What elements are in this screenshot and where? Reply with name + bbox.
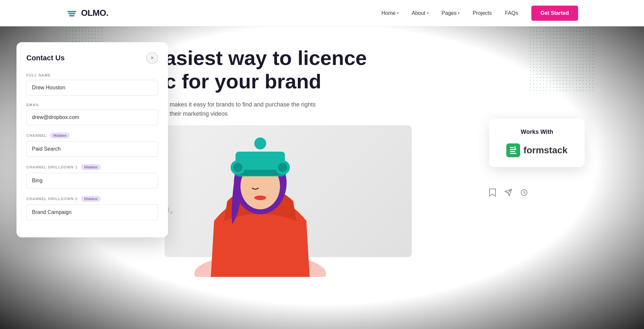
home-chevron-icon: ▾ — [397, 11, 399, 15]
send-icon[interactable] — [504, 188, 513, 197]
close-button[interactable]: × — [146, 52, 158, 64]
full-name-label: FULL NAME — [26, 73, 158, 77]
formstack-logo: formstack — [497, 143, 577, 157]
svg-rect-18 — [510, 149, 517, 150]
clock-icon[interactable] — [519, 188, 529, 197]
modal-title: Contact Us — [26, 54, 65, 62]
formstack-icon — [506, 143, 520, 157]
works-with-title: Works With — [497, 129, 577, 135]
hero-subtitle: e makes it easy for brands to find and p… — [165, 100, 362, 119]
hero-toolbar — [488, 188, 529, 197]
channel-drilldown1-label: CHANNEL DRILLDOWN 1 Hidden — [26, 164, 158, 170]
nav-pages[interactable]: Pages ▾ — [442, 10, 460, 16]
email-group: EMAIL — [26, 103, 158, 125]
channel-drilldown2-hidden-badge: Hidden — [81, 196, 101, 202]
formstack-name: formstack — [523, 145, 568, 156]
svg-point-8 — [254, 137, 266, 149]
channel-group: CHANNEL Hidden — [26, 133, 158, 157]
svg-point-13 — [278, 163, 287, 172]
navbar: OLMO. Home ▾ About ▾ Pages ▾ Projects FA… — [0, 0, 644, 26]
nav-faqs[interactable]: FAQs — [505, 10, 518, 16]
pages-chevron-icon: ▾ — [458, 11, 460, 15]
svg-point-14 — [254, 195, 266, 200]
nav-links: Home ▾ About ▾ Pages ▾ Projects FAQs Get… — [381, 6, 578, 21]
svg-rect-17 — [510, 147, 514, 148]
channel-hidden-badge: Hidden — [50, 133, 70, 138]
email-label: EMAIL — [26, 103, 158, 107]
channel-label: CHANNEL Hidden — [26, 133, 158, 138]
hero-person-illustration — [168, 122, 352, 277]
nav-about[interactable]: About ▾ — [412, 10, 429, 16]
svg-point-11 — [233, 163, 242, 172]
about-chevron-icon: ▾ — [427, 11, 429, 15]
svg-rect-19 — [510, 151, 515, 152]
modal-header: Contact Us × — [26, 52, 158, 64]
svg-rect-1 — [68, 13, 75, 15]
channel-drilldown1-group: CHANNEL DRILLDOWN 1 Hidden — [26, 164, 158, 189]
svg-rect-0 — [68, 11, 76, 12]
full-name-input[interactable] — [26, 80, 158, 96]
svg-rect-21 — [515, 146, 516, 149]
full-name-group: FULL NAME — [26, 73, 158, 96]
svg-rect-2 — [69, 15, 74, 16]
channel-drilldown1-input[interactable] — [26, 173, 158, 189]
nav-projects[interactable]: Projects — [473, 10, 492, 16]
hero-title: asiest way to licence c for your brand — [165, 46, 428, 93]
dot-pattern-top-right — [529, 26, 595, 92]
hero-section: asiest way to licence c for your brand e… — [132, 26, 428, 119]
bookmark-icon[interactable] — [488, 188, 497, 197]
email-input[interactable] — [26, 109, 158, 125]
logo[interactable]: OLMO. — [66, 7, 108, 19]
channel-input[interactable] — [26, 141, 158, 157]
channel-drilldown2-input[interactable] — [26, 204, 158, 220]
logo-text: OLMO. — [81, 8, 108, 18]
svg-rect-16 — [509, 145, 518, 156]
channel-drilldown2-group: CHANNEL DRILLDOWN 2 Hidden — [26, 196, 158, 220]
get-started-button[interactable]: Get Started — [531, 6, 578, 21]
channel-drilldown1-hidden-badge: Hidden — [81, 164, 101, 170]
works-with-card: Works With formstack — [489, 119, 585, 167]
logo-icon — [66, 7, 78, 19]
contact-modal: Contact Us × FULL NAME EMAIL CHANNEL Hid… — [16, 42, 168, 237]
svg-rect-20 — [510, 153, 517, 154]
channel-drilldown2-label: CHANNEL DRILLDOWN 2 Hidden — [26, 196, 158, 202]
nav-home[interactable]: Home ▾ — [381, 10, 399, 16]
